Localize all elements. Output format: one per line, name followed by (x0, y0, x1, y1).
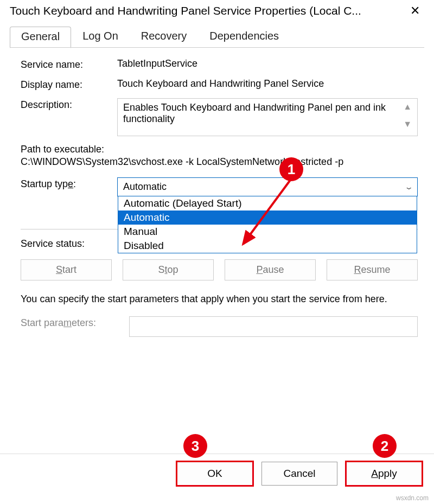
pause-button[interactable]: Pause (225, 259, 316, 280)
dialog-button-bar: OK Cancel Apply (0, 454, 434, 493)
watermark: wsxdn.com (396, 494, 429, 502)
cancel-button[interactable]: Cancel (261, 462, 337, 486)
start-parameters-input[interactable] (129, 316, 418, 337)
display-name-value: Touch Keyboard and Handwriting Panel Ser… (117, 78, 418, 90)
path-value: C:\WINDOWS\System32\svchost.exe -k Local… (21, 156, 418, 168)
scroll-down-icon[interactable]: ▼ (403, 119, 412, 129)
tab-strip: General Log On Recovery Dependencies (10, 26, 434, 48)
help-text: You can specify the start parameters tha… (21, 292, 418, 305)
chevron-down-icon: ⌄ (404, 183, 414, 191)
tab-recovery[interactable]: Recovery (130, 26, 198, 48)
path-label: Path to executable: (21, 144, 418, 155)
close-icon[interactable]: ✕ (404, 5, 426, 17)
tab-dependencies[interactable]: Dependencies (198, 26, 290, 48)
service-status-label: Service status: (21, 237, 117, 250)
resume-button[interactable]: Resume (327, 259, 418, 280)
arrow-1-icon (239, 175, 304, 251)
start-button[interactable]: Start (21, 259, 112, 280)
description-scroll[interactable]: ▲ ▼ (398, 102, 412, 129)
svg-line-0 (243, 180, 290, 244)
callout-2: 2 (373, 434, 397, 458)
startup-type-value: Automatic (123, 181, 167, 193)
description-box: Enables Touch Keyboard and Handwriting P… (117, 98, 418, 136)
callout-3: 3 (183, 434, 207, 458)
apply-button[interactable]: Apply (346, 462, 422, 486)
stop-button[interactable]: Stop (123, 259, 214, 280)
ok-button[interactable]: OK (177, 462, 253, 486)
tab-general[interactable]: General (10, 27, 71, 48)
callout-1: 1 (279, 157, 303, 181)
scroll-up-icon[interactable]: ▲ (403, 102, 412, 112)
display-name-label: Display name: (21, 78, 117, 91)
tab-log-on[interactable]: Log On (71, 26, 130, 48)
description-label: Description: (21, 98, 117, 111)
startup-type-label: Startup type: (21, 177, 117, 190)
window-title: Touch Keyboard and Handwriting Panel Ser… (10, 4, 361, 17)
start-parameters-label: Start parameters: (21, 316, 129, 329)
service-name-label: Service name: (21, 58, 117, 71)
description-text: Enables Touch Keyboard and Handwriting P… (123, 102, 398, 125)
service-name-value: TabletInputService (117, 58, 418, 69)
